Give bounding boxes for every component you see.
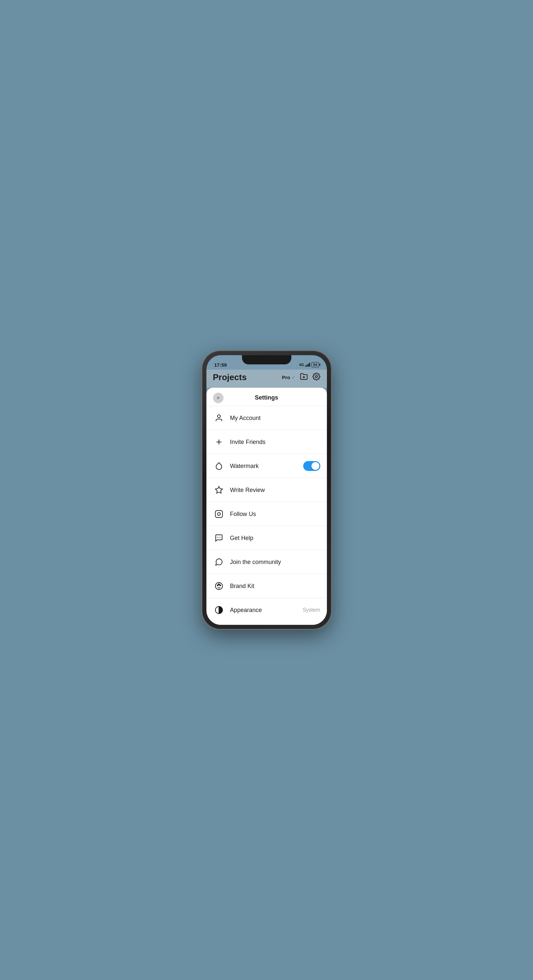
svg-rect-7 (215, 511, 223, 518)
follow-us-label: Follow Us (230, 511, 320, 518)
status-time: 17:59 (214, 362, 227, 368)
plus-icon (213, 436, 225, 448)
home-indicator (206, 622, 327, 625)
settings-modal: ✕ Settings My Account (206, 388, 327, 625)
get-help-label: Get Help (230, 535, 320, 542)
settings-item-brand-kit[interactable]: Brand Kit (206, 574, 327, 598)
settings-sheet: ✕ Settings My Account (206, 388, 327, 625)
settings-list: My Account Invite Friends (206, 406, 327, 622)
message-square-icon (213, 532, 225, 544)
svg-point-2 (315, 375, 318, 377)
svg-point-3 (217, 415, 220, 418)
settings-item-my-account[interactable]: My Account (206, 406, 327, 430)
settings-gear-icon[interactable] (313, 372, 320, 382)
app-title: Projects (213, 372, 247, 382)
battery-indicator: 54 (311, 362, 319, 368)
svg-point-14 (220, 585, 220, 586)
settings-item-watermark[interactable]: Watermark (206, 454, 327, 478)
watermark-toggle[interactable] (303, 461, 320, 471)
header-right: Pro ✓ (282, 372, 320, 382)
settings-item-appearance[interactable]: Appearance System (206, 598, 327, 622)
settings-item-write-review[interactable]: Write Review (206, 478, 327, 502)
watermark-label: Watermark (230, 463, 303, 469)
notch (242, 355, 291, 364)
pro-label: Pro (282, 375, 290, 380)
palette-icon (213, 580, 225, 592)
screen-content: 17:59 4G 54 (206, 355, 327, 625)
pro-checkmark: ✓ (291, 375, 295, 380)
message-circle-icon (213, 556, 225, 568)
write-review-label: Write Review (230, 487, 320, 494)
svg-marker-6 (215, 486, 223, 493)
phone-frame: 17:59 4G 54 (203, 351, 331, 629)
settings-header: ✕ Settings (206, 388, 327, 406)
brand-kit-label: Brand Kit (230, 583, 320, 590)
appearance-label: Appearance (230, 607, 303, 614)
droplet-icon (213, 460, 225, 472)
settings-item-join-community[interactable]: Join the community (206, 550, 327, 574)
star-icon (213, 484, 225, 496)
join-community-label: Join the community (230, 559, 320, 566)
network-indicator: 4G (299, 363, 304, 367)
my-account-label: My Account (230, 415, 320, 422)
toggle-switch[interactable] (303, 461, 320, 471)
invite-friends-label: Invite Friends (230, 439, 320, 445)
signal-bars (305, 363, 310, 367)
settings-item-invite-friends[interactable]: Invite Friends (206, 430, 327, 454)
pro-badge[interactable]: Pro ✓ (282, 375, 295, 380)
person-icon (213, 412, 225, 424)
new-folder-icon[interactable] (300, 372, 308, 382)
settings-item-follow-us[interactable]: Follow Us (206, 502, 327, 526)
app-header: Projects Pro ✓ (206, 370, 327, 388)
appearance-value: System (303, 607, 320, 613)
close-button[interactable]: ✕ (213, 393, 223, 403)
phone-wrapper: 17:59 4G 54 (203, 351, 331, 629)
settings-title: Settings (255, 394, 278, 401)
instagram-icon (213, 508, 225, 520)
status-icons: 4G 54 (299, 362, 319, 368)
svg-point-15 (218, 584, 219, 585)
close-icon: ✕ (216, 395, 220, 401)
circle-half-icon (213, 604, 225, 616)
svg-point-13 (217, 585, 218, 586)
phone-screen: 17:59 4G 54 (206, 355, 327, 625)
settings-item-get-help[interactable]: Get Help (206, 526, 327, 550)
